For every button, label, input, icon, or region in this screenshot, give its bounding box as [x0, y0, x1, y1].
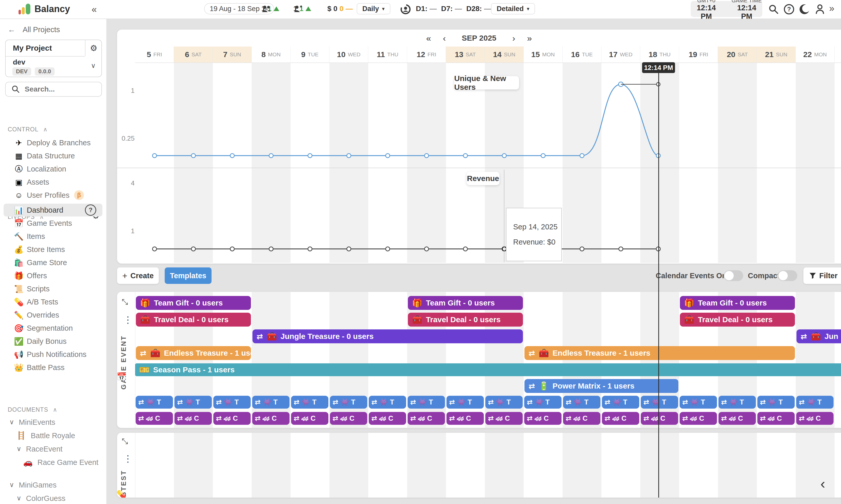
sidebar-item-deploy-branches[interactable]: ✈Deploy & Branches [0, 136, 106, 149]
mini-event-purple[interactable]: ⇄🏎C [563, 412, 600, 425]
all-projects-back[interactable]: ← All Projects [8, 25, 60, 34]
calendar-events-only-toggle[interactable] [724, 270, 743, 281]
expand-right-icon[interactable]: » [829, 3, 834, 14]
filter-button[interactable]: Filter [803, 267, 841, 284]
day-cell-5[interactable]: 5FRI [135, 47, 174, 62]
day-cell-12[interactable]: 12FRI [407, 47, 446, 62]
compact-toggle[interactable] [778, 270, 797, 281]
day-cell-13[interactable]: 13SAT [446, 47, 485, 62]
mini-event-purple[interactable]: ⇄🏎C [641, 412, 678, 425]
dark-mode-moon-icon[interactable] [799, 4, 810, 15]
day-cell-22[interactable]: 22MON [796, 47, 835, 62]
tree-item-minievents[interactable]: ∨MiniEvents [9, 418, 55, 427]
next-month-icon[interactable]: › [512, 33, 515, 43]
mini-event-purple[interactable]: ⇄🏎C [485, 412, 523, 425]
tree-item-colorguess[interactable]: ∨ColorGuess [16, 494, 65, 503]
mini-event-purple[interactable]: ⇄🏎C [136, 412, 173, 425]
mini-event-blue[interactable]: ⇄👾T [602, 396, 639, 409]
mini-event-purple[interactable]: ⇄🏎C [796, 412, 834, 425]
mini-event-blue[interactable]: ⇄👾T [213, 396, 251, 409]
mini-event-blue[interactable]: ⇄👾T [757, 396, 795, 409]
section-header-documents[interactable]: DOCUMENTS ∧ [8, 406, 57, 413]
section-menu-dots-icon[interactable]: ⋮ [123, 453, 133, 464]
mini-event-purple[interactable]: ⇄🏎C [291, 412, 328, 425]
team-gift[interactable]: 🎁Team Gift - 0 users [136, 296, 251, 310]
sidebar-search[interactable] [5, 82, 102, 97]
mini-event-purple[interactable]: ⇄🏎C [330, 412, 367, 425]
create-button[interactable]: + Create [117, 267, 159, 284]
last-page-icon[interactable]: » [527, 33, 532, 43]
day-cell-9[interactable]: 9TUE [291, 47, 329, 62]
power-matrix[interactable]: ⇄🔋Power Matrix - 1 users [524, 379, 678, 393]
tree-item-raceevent[interactable]: ∨RaceEvent [16, 444, 63, 454]
collapse-section-icon[interactable]: ⤡ [122, 298, 128, 307]
account-icon[interactable] [814, 4, 826, 15]
mini-event-purple[interactable]: ⇄🏎C [602, 412, 639, 425]
detail-mode-dropdown[interactable]: Detailed ▾ [491, 3, 535, 14]
sidebar-item-a-b-tests[interactable]: 💊A/B Tests [0, 295, 106, 308]
mini-event-blue[interactable]: ⇄👾T [330, 396, 367, 409]
sidebar-item-data-structure[interactable]: ▦Data Structure [0, 149, 106, 162]
day-cell-15[interactable]: 15MON [524, 47, 563, 62]
endless-treasure[interactable]: ⇄🧰Endless Treasure - 1 users [524, 346, 795, 360]
tree-item-battle-royale[interactable]: 🪜Battle Royale [16, 431, 75, 440]
mini-event-purple[interactable]: ⇄🏎C [369, 412, 406, 425]
mini-event-blue[interactable]: ⇄👾T [796, 396, 834, 409]
day-cell-7[interactable]: 7SUN [213, 47, 252, 62]
day-cell-17[interactable]: 17WED [601, 47, 640, 62]
sidebar-item-push-notifications[interactable]: 📢Push Notifications [0, 348, 106, 361]
section-menu-dots-icon[interactable]: ⋮ [123, 314, 133, 325]
search-icon[interactable] [768, 4, 779, 15]
mini-event-blue[interactable]: ⇄👾T [291, 396, 328, 409]
sidebar-item-localization[interactable]: ⒶLocalization [0, 163, 106, 175]
team-gift[interactable]: 🎁Team Gift - 0 users [680, 296, 795, 310]
day-cell-19[interactable]: 19FRI [679, 47, 718, 62]
sidebar-item-store-items[interactable]: 💰Store Items [0, 243, 106, 256]
sidebar-item-scripts[interactable]: 📜Scripts [0, 282, 106, 295]
mini-event-purple[interactable]: ⇄🏎C [252, 412, 290, 425]
mini-event-blue[interactable]: ⇄👾T [136, 396, 173, 409]
day-cell-8[interactable]: 8MON [252, 47, 291, 62]
mini-event-blue[interactable]: ⇄👾T [485, 396, 523, 409]
mini-event-blue[interactable]: ⇄👾T [446, 396, 484, 409]
season-pass[interactable]: 🎫Season Pass - 1 users [135, 363, 841, 376]
mini-event-blue[interactable]: ⇄👾T [369, 396, 406, 409]
search-input[interactable] [24, 85, 97, 94]
day-cell-11[interactable]: 11THU [368, 47, 407, 62]
first-page-icon[interactable]: « [426, 33, 431, 43]
sidebar-item-offers[interactable]: 🎁Offers [0, 269, 106, 282]
sidebar-item-items[interactable]: 🔨Items [0, 230, 106, 243]
mini-event-purple[interactable]: ⇄🏎C [446, 412, 484, 425]
sidebar-item-segmentation[interactable]: 🎯Segmentation [0, 322, 106, 335]
sidebar-item-overrides[interactable]: ✏️Overrides [0, 309, 106, 321]
mini-event-purple[interactable]: ⇄🏎C [757, 412, 795, 425]
tree-item-minigames[interactable]: ∨MiniGames [9, 480, 57, 490]
mini-event-purple[interactable]: ⇄🏎C [213, 412, 251, 425]
prev-month-icon[interactable]: ‹ [443, 33, 446, 43]
mini-event-blue[interactable]: ⇄👾T [719, 396, 756, 409]
sidebar-item-game-store[interactable]: 🛍️Game Store [0, 256, 106, 269]
granularity-dropdown[interactable]: Daily ▾ [357, 3, 390, 14]
endless-treasure[interactable]: ⇄🧰Endless Treasure - 1 users [136, 346, 251, 360]
mini-event-purple[interactable]: ⇄🏎C [719, 412, 756, 425]
day-cell-16[interactable]: 16TUE [563, 47, 601, 62]
mini-event-blue[interactable]: ⇄👾T [680, 396, 717, 409]
mini-event-purple[interactable]: ⇄🏎C [524, 412, 562, 425]
collapse-section-icon[interactable]: ⤡ [122, 437, 128, 446]
project-name-row[interactable]: My Project [6, 40, 85, 57]
sidebar-collapse-icon[interactable]: « [92, 4, 97, 15]
mini-event-blue[interactable]: ⇄👾T [174, 396, 212, 409]
mini-event-blue[interactable]: ⇄👾T [408, 396, 445, 409]
section-header-control[interactable]: CONTROL ∧ [8, 126, 48, 133]
mini-event-purple[interactable]: ⇄🏎C [174, 412, 212, 425]
help-icon[interactable]: ? [85, 204, 96, 216]
day-cell-21[interactable]: 21SUN [757, 47, 796, 62]
sidebar-item-user-profiles[interactable]: ☺User Profilesβ [0, 189, 106, 202]
day-cell-10[interactable]: 10WED [329, 47, 368, 62]
travel-deal[interactable]: 🧰Travel Deal - 0 users [136, 313, 251, 327]
mini-event-purple[interactable]: ⇄🏎C [680, 412, 717, 425]
mini-event-blue[interactable]: ⇄👾T [563, 396, 600, 409]
templates-button[interactable]: Templates [165, 267, 212, 284]
jungle-treasure[interactable]: ⇄🧰Jungle Treasure - 0 users [252, 329, 523, 343]
environment-selector[interactable]: dev DEV0.0.0 ∨ [6, 56, 101, 77]
